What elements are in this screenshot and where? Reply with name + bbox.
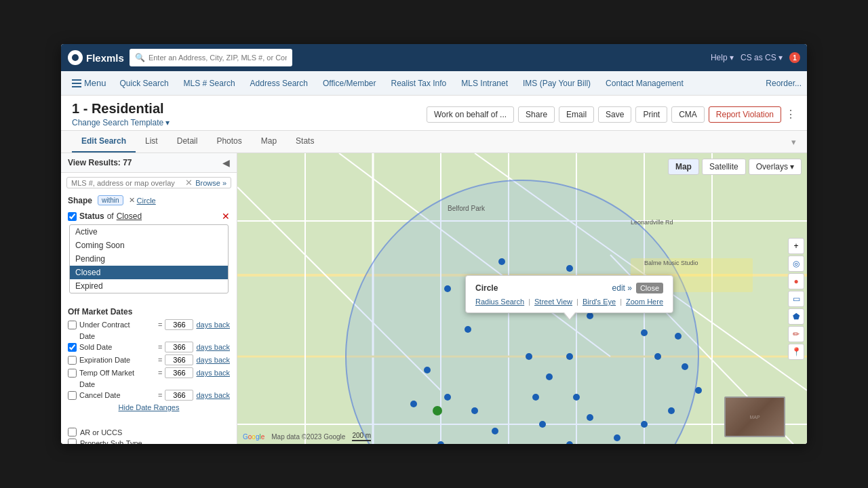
svg-point-43 bbox=[444, 394, 451, 401]
panel-collapse-button[interactable]: ◀ bbox=[222, 157, 230, 168]
notification-badge[interactable]: 1 bbox=[789, 52, 800, 63]
menu-item-address-search[interactable]: Address Search bbox=[243, 76, 315, 91]
temp-off-market-days[interactable]: days back bbox=[196, 369, 230, 377]
circle-remove-icon[interactable]: ✕ bbox=[129, 196, 135, 205]
status-option-expired[interactable]: Expired bbox=[70, 279, 228, 293]
status-option-coming-soon[interactable]: Coming Soon bbox=[70, 239, 228, 252]
menu-item-contact-management[interactable]: Contact Management bbox=[599, 76, 690, 91]
under-contract-value[interactable] bbox=[165, 319, 193, 330]
tab-photos[interactable]: Photos bbox=[207, 131, 251, 152]
temp-off-market-value[interactable] bbox=[165, 367, 193, 378]
zoom-here-link[interactable]: Zoom Here bbox=[626, 298, 663, 306]
sold-date-days[interactable]: days back bbox=[196, 343, 230, 351]
map-pin-tool-button[interactable]: 📍 bbox=[788, 344, 804, 360]
birds-eye-link[interactable]: Bird's Eye bbox=[583, 298, 616, 306]
within-badge: within bbox=[98, 195, 123, 205]
status-checkbox[interactable] bbox=[68, 212, 77, 221]
change-template-link[interactable]: Change Search Template ▾ bbox=[72, 118, 170, 127]
global-search-input[interactable] bbox=[149, 54, 287, 62]
cancel-date-value[interactable] bbox=[165, 390, 193, 401]
search-icon: 🔍 bbox=[135, 53, 145, 62]
menu-item-ims[interactable]: IMS (Pay Your Bill) bbox=[516, 76, 597, 91]
map-controls: Map Satellite Overlays ▾ bbox=[668, 159, 802, 175]
email-button[interactable]: Email bbox=[559, 106, 594, 123]
popup-edit-link[interactable]: edit » bbox=[612, 283, 632, 293]
page-header: 1 - Residential Change Search Template ▾… bbox=[61, 96, 807, 131]
radius-search-link[interactable]: Radius Search bbox=[475, 298, 524, 306]
logo-area: Flexmls bbox=[68, 50, 124, 65]
status-option-closed[interactable]: Closed bbox=[70, 266, 228, 279]
overlays-button[interactable]: Overlays ▾ bbox=[749, 159, 802, 175]
street-view-link[interactable]: Street View bbox=[534, 298, 572, 306]
save-button[interactable]: Save bbox=[598, 106, 631, 123]
off-market-section: Off Market Dates Under Contract = days b… bbox=[61, 304, 237, 417]
popup-links: Radius Search | Street View | Bird's Eye… bbox=[475, 298, 663, 306]
under-contract-checkbox[interactable] bbox=[68, 321, 77, 329]
cancel-date-checkbox[interactable] bbox=[68, 391, 77, 400]
svg-point-44 bbox=[424, 367, 431, 373]
menu-item-quick-search[interactable]: Quick Search bbox=[113, 76, 176, 91]
map-pencil-tool-button[interactable]: ✏ bbox=[788, 326, 804, 342]
nav-right: Help ▾ CS as CS ▾ 1 bbox=[711, 52, 800, 63]
menu-item-realist-tax-info[interactable]: Realist Tax Info bbox=[384, 76, 453, 91]
work-on-behalf-button[interactable]: Work on behalf of ... bbox=[427, 106, 514, 123]
filter-section: AR or UCCS Property Sub-Type Sub-Type Co… bbox=[61, 425, 237, 444]
tab-detail[interactable]: Detail bbox=[167, 131, 208, 152]
svg-point-33 bbox=[695, 387, 702, 394]
map-scale: 200 m bbox=[352, 432, 371, 441]
mls-search-clear-icon[interactable]: ✕ bbox=[185, 178, 193, 188]
reorder-button[interactable]: Reorder... bbox=[766, 79, 802, 88]
map-circle-tool-button[interactable]: ● bbox=[788, 273, 804, 289]
map-rectangle-tool-button[interactable]: ▭ bbox=[788, 291, 804, 307]
svg-point-55 bbox=[546, 373, 553, 380]
filter-row-ar-uccs: AR or UCCS bbox=[68, 428, 230, 436]
more-actions-icon[interactable]: ⋮ bbox=[785, 108, 796, 121]
mls-search-input[interactable] bbox=[71, 179, 182, 187]
tab-list[interactable]: List bbox=[136, 131, 167, 152]
satellite-view-button[interactable]: Satellite bbox=[702, 159, 746, 175]
menu-item-mls-search[interactable]: MLS # Search bbox=[177, 76, 242, 91]
menu-item-mls-intranet[interactable]: MLS Intranet bbox=[454, 76, 515, 91]
share-button[interactable]: Share bbox=[518, 106, 555, 123]
sold-date-value[interactable] bbox=[165, 342, 193, 352]
sold-date-row: Sold Date = days back bbox=[68, 342, 230, 352]
map-zoom-in-button[interactable]: + bbox=[788, 238, 804, 254]
user-menu-button[interactable]: CS as CS ▾ bbox=[741, 53, 783, 62]
mls-search-bar[interactable]: ✕ Browse » bbox=[66, 177, 231, 188]
tab-edit-search[interactable]: Edit Search bbox=[72, 131, 136, 152]
hide-date-ranges-link[interactable]: Hide Date Ranges bbox=[68, 403, 230, 411]
map-view-button[interactable]: Map bbox=[668, 159, 699, 175]
status-option-active[interactable]: Active bbox=[70, 225, 228, 239]
hamburger-menu[interactable]: Menu bbox=[66, 75, 112, 91]
help-button[interactable]: Help ▾ bbox=[711, 53, 734, 62]
off-market-title: Off Market Dates bbox=[68, 307, 230, 317]
sold-date-checkbox[interactable] bbox=[68, 343, 77, 352]
map-data-label: Map data ©2023 Google bbox=[271, 433, 345, 441]
circle-label[interactable]: Circle bbox=[137, 197, 156, 205]
property-subtype-checkbox[interactable] bbox=[68, 439, 77, 444]
status-option-pending[interactable]: Pending bbox=[70, 252, 228, 266]
tab-collapse-arrow[interactable]: ▾ bbox=[791, 137, 796, 147]
svg-text:Leonardville Rd: Leonardville Rd bbox=[631, 219, 673, 226]
map-location-button[interactable]: ◎ bbox=[788, 256, 804, 272]
report-violation-button[interactable]: Report Violation bbox=[709, 106, 781, 123]
cancel-date-days[interactable]: days back bbox=[196, 391, 230, 399]
expiration-date-value[interactable] bbox=[165, 354, 193, 365]
print-button[interactable]: Print bbox=[635, 106, 667, 123]
temp-off-market-checkbox[interactable] bbox=[68, 369, 77, 378]
expiration-date-days[interactable]: days back bbox=[196, 356, 230, 364]
menu-item-office-member[interactable]: Office/Member bbox=[316, 76, 382, 91]
popup-close-button[interactable]: Close bbox=[636, 283, 663, 293]
global-search-bar[interactable]: 🔍 bbox=[130, 49, 292, 66]
status-clear-button[interactable]: ✕ bbox=[222, 211, 230, 222]
tab-map[interactable]: Map bbox=[252, 131, 286, 152]
map-polygon-tool-button[interactable]: ⬟ bbox=[788, 308, 804, 325]
under-contract-days[interactable]: days back bbox=[196, 321, 230, 329]
cma-button[interactable]: CMA bbox=[671, 106, 705, 123]
ar-uccs-checkbox[interactable] bbox=[68, 428, 77, 436]
tab-stats[interactable]: Stats bbox=[286, 131, 323, 152]
google-logo: Google bbox=[243, 433, 264, 441]
browse-link[interactable]: Browse » bbox=[195, 179, 226, 187]
svg-point-54 bbox=[526, 353, 532, 360]
expiration-date-checkbox[interactable] bbox=[68, 356, 77, 365]
